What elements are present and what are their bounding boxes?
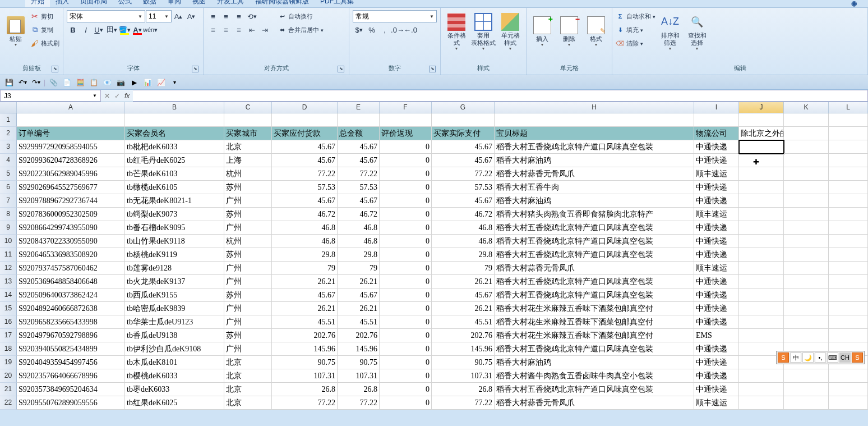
cell-D17[interactable]: 202.76 — [272, 329, 338, 342]
cell-D11[interactable]: 29.8 — [272, 248, 338, 262]
cell-F15[interactable]: 0 — [380, 302, 432, 315]
col-head-D[interactable]: D — [272, 102, 338, 113]
cell-A18[interactable]: S9203940550825434899 — [17, 342, 125, 356]
cell-J16[interactable] — [739, 315, 784, 329]
qat-chart2[interactable]: 📈 — [155, 77, 167, 88]
cell-L14[interactable] — [829, 288, 868, 302]
cell-E1[interactable] — [338, 113, 380, 127]
cell-E2[interactable]: 总金额 — [338, 127, 380, 140]
cell-G9[interactable]: 46.8 — [432, 221, 495, 235]
cell-B19[interactable]: tb木瓜deK8101 — [125, 356, 224, 369]
cell-G8[interactable]: 46.72 — [432, 208, 495, 221]
cell-J7[interactable] — [739, 194, 784, 208]
cell-F16[interactable]: 0 — [380, 315, 432, 329]
cell-D14[interactable]: 45.67 — [272, 288, 338, 302]
font-size-combo[interactable]: 11▼ — [146, 10, 172, 22]
cell-B1[interactable] — [125, 113, 224, 127]
cell-L9[interactable] — [829, 221, 868, 235]
cell-K7[interactable] — [784, 194, 829, 208]
cell-A16[interactable]: S9209658235665433998 — [17, 315, 125, 329]
cell-B3[interactable]: tb枇杷deK6033 — [125, 140, 224, 154]
cell-J11[interactable] — [739, 248, 784, 262]
col-head-F[interactable]: F — [380, 102, 432, 113]
cell-E15[interactable]: 26.21 — [338, 302, 380, 315]
cell-I19[interactable]: 中通快递 — [694, 356, 739, 369]
cell-J4[interactable] — [739, 154, 784, 167]
align-center-button[interactable]: ≡ — [220, 24, 232, 36]
cell-J3[interactable] — [739, 140, 784, 154]
cell-C13[interactable]: 广州 — [224, 275, 272, 288]
cell-B15[interactable]: tb哈密瓜deK9839 — [125, 302, 224, 315]
cell-B4[interactable]: tb红毛丹deK6025 — [125, 154, 224, 167]
cell-D6[interactable]: 57.53 — [272, 181, 338, 194]
cell-J2[interactable]: 除北京之外的地区销售额 — [739, 127, 784, 140]
col-head-C[interactable]: C — [224, 102, 272, 113]
cell-I6[interactable]: 中通快递 — [694, 181, 739, 194]
cell-C1[interactable] — [224, 113, 272, 127]
comma-button[interactable]: , — [378, 24, 391, 36]
cell-D12[interactable]: 79 — [272, 262, 338, 275]
row-head-3[interactable]: 3 — [0, 140, 17, 154]
row-head-17[interactable]: 17 — [0, 329, 17, 342]
cell-D21[interactable]: 26.8 — [272, 383, 338, 396]
col-head-A[interactable]: A — [17, 102, 125, 113]
dec-decimal-button[interactable]: ←.0 — [404, 24, 417, 36]
cell-E5[interactable]: 77.22 — [338, 167, 380, 181]
cell-G21[interactable]: 26.8 — [432, 383, 495, 396]
cell-I4[interactable]: 中通快递 — [694, 154, 739, 167]
qat-more[interactable]: ▾ — [169, 77, 180, 88]
cell-L17[interactable] — [829, 329, 868, 342]
cell-A17[interactable]: S9204979670592798896 — [17, 329, 125, 342]
currency-button[interactable]: $▾ — [353, 24, 365, 36]
cell-F13[interactable]: 0 — [380, 275, 432, 288]
cell-E3[interactable]: 45.67 — [338, 140, 380, 154]
cut-button[interactable]: ✂剪切 — [30, 10, 59, 22]
cell-H17[interactable]: 稻香大村花生米麻辣五香味下酒菜包邮真空付 — [495, 329, 694, 342]
cell-F14[interactable]: 0 — [380, 288, 432, 302]
cell-H21[interactable]: 稻香大村五香烧鸡北京特产道口风味真空包装 — [495, 383, 694, 396]
cell-J10[interactable] — [739, 235, 784, 248]
ime-punct-icon[interactable]: •, — [815, 352, 826, 363]
cell-F11[interactable]: 0 — [380, 248, 432, 262]
cell-K17[interactable] — [784, 329, 829, 342]
cell-A14[interactable]: S9205096400373862424 — [17, 288, 125, 302]
cell-C20[interactable]: 北京 — [224, 369, 272, 383]
col-head-K[interactable]: K — [784, 102, 829, 113]
row-head-2[interactable]: 2 — [0, 127, 17, 140]
cell-J15[interactable] — [739, 302, 784, 315]
cell-G1[interactable] — [432, 113, 495, 127]
cell-K11[interactable] — [784, 248, 829, 262]
cell-I2[interactable]: 物流公司 — [694, 127, 739, 140]
cell-H5[interactable]: 稻香大村蒜香无骨凤爪 — [495, 167, 694, 181]
cell-G20[interactable]: 107.31 — [432, 369, 495, 383]
tab-pdf[interactable]: PDF工具集 — [315, 0, 359, 7]
qat-save[interactable]: 💾 — [3, 77, 15, 88]
cell-G17[interactable]: 202.76 — [432, 329, 495, 342]
cell-H4[interactable]: 稻香大村麻油鸡 — [495, 154, 694, 167]
cell-K4[interactable] — [784, 154, 829, 167]
cell-H7[interactable]: 稻香大村麻油鸡 — [495, 194, 694, 208]
cell-I14[interactable]: 中通快递 — [694, 288, 739, 302]
cell-B10[interactable]: tb山竹果deK9118 — [125, 235, 224, 248]
cell-E7[interactable]: 45.67 — [338, 194, 380, 208]
align-launcher[interactable]: ⬊ — [338, 66, 344, 72]
cell-C19[interactable]: 北京 — [224, 356, 272, 369]
tab-insert[interactable]: 插入 — [50, 0, 75, 7]
cell-C8[interactable]: 苏州 — [224, 208, 272, 221]
cell-E12[interactable]: 79 — [338, 262, 380, 275]
cell-E21[interactable]: 26.8 — [338, 383, 380, 396]
cell-A22[interactable]: S9209550762899059556 — [17, 396, 125, 410]
fx-icon[interactable]: fx — [124, 92, 130, 100]
cell-G10[interactable]: 46.8 — [432, 235, 495, 248]
cell-K22[interactable] — [784, 396, 829, 410]
cell-E8[interactable]: 46.72 — [338, 208, 380, 221]
cell-F3[interactable]: 0 — [380, 140, 432, 154]
cell-J6[interactable] — [739, 181, 784, 194]
cell-F20[interactable]: 0 — [380, 369, 432, 383]
cell-A11[interactable]: S9206465336983508920 — [17, 248, 125, 262]
cell-L6[interactable] — [829, 181, 868, 194]
cell-E11[interactable]: 29.8 — [338, 248, 380, 262]
cell-G4[interactable]: 45.67 — [432, 154, 495, 167]
col-head-E[interactable]: E — [338, 102, 380, 113]
ime-lang[interactable]: 中 — [790, 352, 801, 363]
